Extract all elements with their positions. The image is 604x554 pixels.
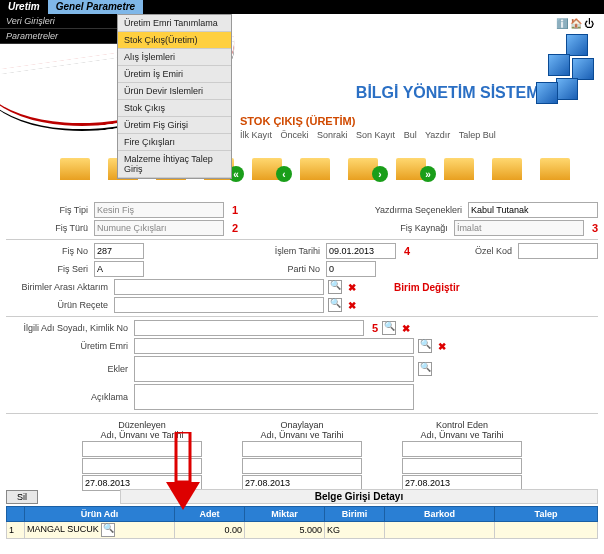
- sig-kon-name[interactable]: [402, 441, 522, 457]
- th-miktar[interactable]: Miktar: [245, 507, 325, 522]
- cell-barkod[interactable]: [385, 522, 495, 539]
- sig-kon-title-input[interactable]: [402, 458, 522, 474]
- fiskaynagi-select[interactable]: [454, 220, 584, 236]
- folder-icon[interactable]: [540, 146, 578, 180]
- yazdirma-select[interactable]: [468, 202, 598, 218]
- partino-input[interactable]: [326, 261, 376, 277]
- label-fisturu: Fiş Türü: [6, 223, 90, 233]
- top-tab-genel[interactable]: Genel Parametre: [48, 0, 144, 14]
- birimler-input[interactable]: [114, 279, 324, 295]
- clear-icon[interactable]: ✖: [348, 300, 356, 311]
- menu-item[interactable]: Alış İşlemleri: [118, 49, 231, 66]
- nav-find[interactable]: Bul: [404, 130, 417, 140]
- marker-1: 1: [232, 204, 238, 216]
- menu-item[interactable]: Ürün Devir Islemleri: [118, 83, 231, 100]
- th-blank: [7, 507, 25, 522]
- nav-next[interactable]: Sonraki: [317, 130, 348, 140]
- sig-ona-title-input[interactable]: [242, 458, 362, 474]
- uretimemri-input[interactable]: [134, 338, 414, 354]
- delete-button[interactable]: Sil: [6, 490, 38, 504]
- folder-next-icon[interactable]: ›: [348, 146, 386, 180]
- sig-duz-title: Düzenleyen: [82, 420, 202, 430]
- urunrecete-input[interactable]: [114, 297, 324, 313]
- marker-3: 3: [592, 222, 598, 234]
- fisturu-select[interactable]: [94, 220, 224, 236]
- th-birimi[interactable]: Birimi: [325, 507, 385, 522]
- folder-icon[interactable]: [60, 146, 98, 180]
- search-icon[interactable]: [418, 339, 432, 353]
- svg-marker-1: [166, 482, 200, 510]
- label-fisno: Fiş No: [6, 246, 90, 256]
- menu-item[interactable]: Fire Çıkışları: [118, 134, 231, 151]
- menu-item[interactable]: Üretim Fiş Girişi: [118, 117, 231, 134]
- label-fistipi: Fiş Tipi: [6, 205, 90, 215]
- dropdown-menu: Üretim Emri Tanımlama Stok Çıkış(Üretim)…: [117, 14, 232, 179]
- cell-birim[interactable]: KG: [325, 522, 385, 539]
- folder-icon[interactable]: [444, 146, 482, 180]
- cell-miktar[interactable]: 5.000: [245, 522, 325, 539]
- label-birimler: Birimler Arası Aktarım: [6, 282, 110, 292]
- menu-item[interactable]: Stok Çıkış(Üretim): [118, 32, 231, 49]
- cell-adet[interactable]: 0.00: [175, 522, 245, 539]
- table-row[interactable]: 1 MANGAL SUCUK 0.00 5.000 KG: [7, 522, 598, 539]
- annotation-arrow: [158, 432, 208, 512]
- ilgili-input[interactable]: [134, 320, 364, 336]
- record-nav: İlk Kayıt Önceki Sonraki Son Kayıt Bul Y…: [240, 130, 502, 140]
- menu-item[interactable]: Üretim Emri Tanımlama: [118, 15, 231, 32]
- menu-item[interactable]: Üretim İş Emiri: [118, 66, 231, 83]
- th-urunadi[interactable]: Ürün Adı: [25, 507, 175, 522]
- ozelkod-input[interactable]: [518, 243, 598, 259]
- brand-title: BİLGİ YÖNETİM SİSTEMİ: [356, 84, 544, 102]
- folder-icon[interactable]: [492, 146, 530, 180]
- search-icon[interactable]: [328, 298, 342, 312]
- folder-last-icon[interactable]: »: [396, 146, 434, 180]
- menu-item[interactable]: Malzeme İhtiyaç Talep Giriş: [118, 151, 231, 178]
- search-icon[interactable]: [101, 523, 115, 537]
- page-subtitle: STOK ÇIKIŞ (ÜRETİM): [240, 115, 355, 127]
- marker-5: 5: [372, 322, 378, 334]
- sig-sub: Adı, Ünvanı ve Tarihi: [402, 430, 522, 440]
- label-yazdirma: Yazdırma Seçenekleri: [364, 205, 464, 215]
- ekler-input[interactable]: [134, 356, 414, 382]
- label-partino: Parti No: [262, 264, 322, 274]
- marker-2: 2: [232, 222, 238, 234]
- nav-print[interactable]: Yazdır: [425, 130, 450, 140]
- th-talep[interactable]: Talep: [495, 507, 598, 522]
- label-urunrecete: Ürün Reçete: [6, 300, 110, 310]
- sig-ona-title: Onaylayan: [242, 420, 362, 430]
- th-barkod[interactable]: Barkod: [385, 507, 495, 522]
- label-fiskaynagi: Fiş Kaynağı: [350, 223, 450, 233]
- sig-kon-title: Kontrol Eden: [402, 420, 522, 430]
- detail-table: Ürün Adı Adet Miktar Birimi Barkod Talep…: [6, 506, 598, 539]
- clear-icon[interactable]: ✖: [348, 282, 356, 293]
- search-icon[interactable]: [418, 362, 432, 376]
- label-ozelkod: Özel Kod: [464, 246, 514, 256]
- cell-name[interactable]: MANGAL SUCUK: [25, 522, 175, 539]
- islemtarihi-input[interactable]: [326, 243, 396, 259]
- nav-talep[interactable]: Talep Bul: [459, 130, 496, 140]
- cell-talep[interactable]: [495, 522, 598, 539]
- nav-last[interactable]: Son Kayıt: [356, 130, 395, 140]
- birim-degistir-link[interactable]: Birim Değiştir: [394, 282, 460, 293]
- label-ekler: Ekler: [6, 364, 130, 374]
- search-icon[interactable]: [328, 280, 342, 294]
- nav-prev[interactable]: Önceki: [281, 130, 309, 140]
- fistipi-select[interactable]: [94, 202, 224, 218]
- svg-rect-0: [176, 432, 190, 482]
- label-uretimemri: Üretim Emri: [6, 341, 130, 351]
- sig-ona-name[interactable]: [242, 441, 362, 457]
- top-tab-uretim[interactable]: Uretim: [0, 0, 48, 14]
- fisseri-input[interactable]: [94, 261, 144, 277]
- search-icon[interactable]: [382, 321, 396, 335]
- nav-first[interactable]: İlk Kayıt: [240, 130, 272, 140]
- aciklama-input[interactable]: [134, 384, 414, 410]
- label-fisseri: Fiş Seri: [6, 264, 90, 274]
- menu-item[interactable]: Stok Çıkış: [118, 100, 231, 117]
- folder-icon[interactable]: [300, 146, 338, 180]
- fisno-input[interactable]: [94, 243, 144, 259]
- clear-icon[interactable]: ✖: [402, 323, 410, 334]
- clear-icon[interactable]: ✖: [438, 341, 446, 352]
- sig-sub: Adı, Ünvanı ve Tarihi: [242, 430, 362, 440]
- cell-idx: 1: [7, 522, 25, 539]
- folder-prev-icon[interactable]: ‹: [252, 146, 290, 180]
